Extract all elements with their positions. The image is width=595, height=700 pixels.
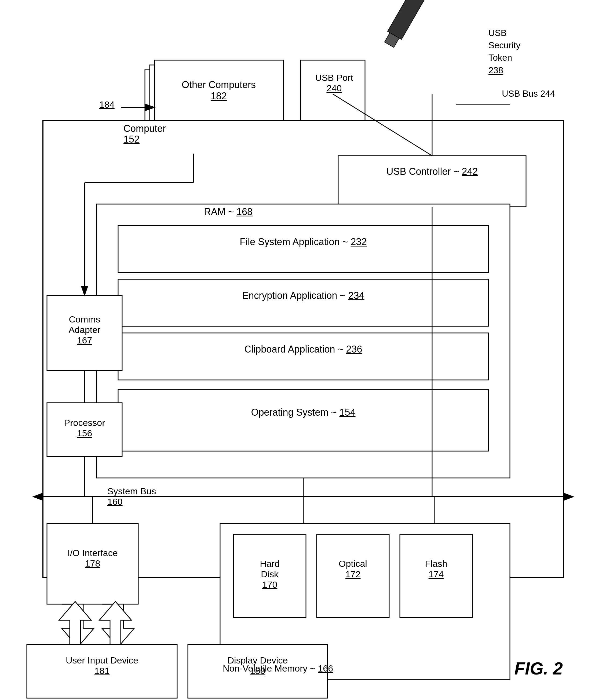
io-interface-num: 178: [50, 558, 136, 569]
computer-num: 152: [123, 134, 140, 145]
comms-adapter-num: 167: [50, 335, 119, 346]
system-bus-text: System Bus: [107, 486, 156, 496]
encryption-app-label: Encryption Application ~ 234: [121, 290, 486, 301]
optical-label: Optical 172: [319, 559, 387, 580]
io-interface-text: I/O Interface: [50, 548, 136, 558]
usb-bus-label: USB Bus 244: [502, 89, 555, 99]
svg-rect-14: [118, 279, 488, 326]
svg-marker-40: [102, 604, 134, 647]
clipboard-app-text: Clipboard Application ~: [244, 344, 346, 355]
svg-marker-23: [32, 493, 43, 501]
operating-system-text: Operating System ~: [251, 407, 339, 418]
display-device-text: Display Device: [191, 655, 325, 666]
usb-security-token-text: USBSecurityToken: [488, 27, 520, 64]
usb-port-num: 240: [303, 83, 365, 93]
flash-num: 174: [403, 569, 470, 580]
svg-marker-42: [99, 601, 132, 644]
ram-label: RAM ~ 168: [204, 206, 253, 217]
hard-disk-text: HardDisk: [236, 559, 303, 580]
encryption-app-num: 234: [348, 290, 365, 301]
optical-num: 172: [319, 569, 387, 580]
svg-rect-3: [301, 60, 365, 127]
svg-rect-2: [154, 60, 283, 143]
usb-controller-text: USB Controller ~: [386, 166, 462, 177]
file-system-app-num: 232: [351, 236, 367, 247]
clipboard-app-label: Clipboard Application ~ 236: [121, 344, 486, 355]
flash-label: Flash 174: [403, 559, 470, 580]
other-computers-num: 182: [158, 90, 279, 102]
user-input-label: User Input Device 181: [30, 655, 174, 676]
svg-rect-16: [118, 389, 488, 451]
other-computers-text: Other Computers: [158, 79, 279, 90]
ram-text: RAM ~: [204, 206, 236, 217]
clipboard-app-num: 236: [346, 344, 362, 355]
usb-security-token-num: 238: [488, 64, 520, 77]
ram-num: 168: [236, 206, 253, 217]
hard-disk-num: 170: [236, 580, 303, 590]
usb-port-text: USB Port: [303, 73, 365, 83]
display-device-label: Display Device 180: [191, 655, 325, 676]
svg-rect-15: [118, 333, 488, 380]
io-interface-label: I/O Interface 178: [50, 548, 136, 569]
system-bus-label: System Bus 160: [107, 486, 156, 507]
computer-text: Computer: [123, 123, 166, 134]
svg-rect-13: [118, 225, 488, 272]
usb-port-label: USB Port 240: [303, 73, 365, 93]
system-bus-num: 160: [107, 496, 156, 507]
computer-label: Computer: [123, 123, 166, 134]
svg-rect-5: [385, 33, 399, 48]
operating-system-num: 154: [340, 407, 356, 418]
display-device-num: 180: [191, 666, 325, 676]
svg-line-10: [333, 94, 432, 156]
hard-disk-label: HardDisk 170: [236, 559, 303, 590]
svg-marker-41: [59, 601, 91, 644]
user-input-num: 181: [30, 666, 174, 676]
figure-label: FIG. 2: [514, 658, 563, 678]
usb-security-token-label: USBSecurityToken 238: [488, 27, 520, 77]
comms-adapter-label: CommsAdapter 167: [50, 314, 119, 346]
encryption-app-text: Encryption Application ~: [242, 290, 348, 301]
diagram: 184 Other Computers 182 USB Port 240 USB…: [0, 0, 595, 700]
svg-marker-24: [564, 493, 574, 501]
svg-rect-4: [388, 0, 426, 39]
comms-adapter-text: CommsAdapter: [50, 314, 119, 335]
other-computers-label: Other Computers 182: [158, 79, 279, 102]
file-system-app-label: File System Application ~ 232: [121, 236, 486, 247]
ref-184: 184: [99, 99, 115, 110]
processor-label: Processor 156: [50, 418, 119, 438]
optical-text: Optical: [319, 559, 387, 569]
usb-controller-num: 242: [462, 166, 478, 177]
flash-text: Flash: [403, 559, 470, 569]
file-system-app-text: File System Application ~: [240, 236, 350, 247]
user-input-text: User Input Device: [30, 655, 174, 666]
processor-text: Processor: [50, 418, 119, 428]
svg-rect-9: [338, 156, 526, 207]
svg-marker-39: [62, 604, 94, 647]
operating-system-label: Operating System ~ 154: [121, 407, 486, 418]
usb-controller-label: USB Controller ~ 242: [341, 166, 523, 177]
svg-rect-1: [150, 65, 279, 148]
processor-num: 156: [50, 428, 119, 438]
